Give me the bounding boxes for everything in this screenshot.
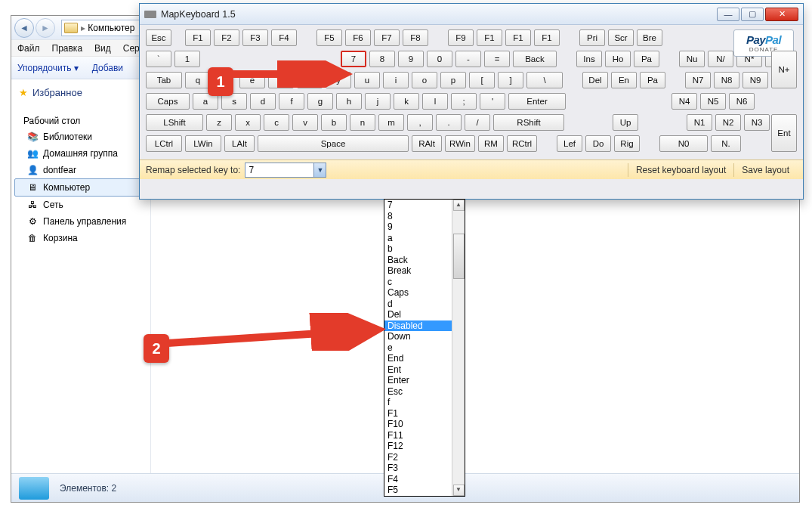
remap-dropdown-list[interactable]: ▲ ▼ 789abBackBreakcCapsdDelDisabledDowne… <box>384 199 465 497</box>
sidebar-item-computer[interactable]: 🖥Компьютер <box>14 178 147 197</box>
forward-button[interactable]: ► <box>36 18 55 38</box>
key-lalt[interactable]: LAlt <box>224 135 255 152</box>
key-v[interactable]: v <box>292 114 318 131</box>
key-1[interactable]: 1 <box>174 51 200 67</box>
key-rshift[interactable]: RShift <box>493 114 564 131</box>
key-esc[interactable]: Esc <box>146 29 171 46</box>
breadcrumb[interactable]: Компьютер <box>88 23 134 33</box>
key-i[interactable]: i <box>383 72 409 88</box>
sidebar-item-libraries[interactable]: 📚Библиотеки <box>14 128 147 145</box>
key-f7[interactable]: F7 <box>374 29 400 46</box>
key-x[interactable]: x <box>235 114 261 131</box>
key-numplus[interactable]: N+ <box>771 51 797 88</box>
remap-dropdown[interactable]: 7 ▼ <box>245 163 326 178</box>
sidebar-item-homegroup[interactable]: 👥Домашняя группа <box>14 145 147 162</box>
key-l[interactable]: l <box>422 93 448 110</box>
key-equals[interactable]: = <box>484 51 510 67</box>
key-pageup[interactable]: Pa <box>634 51 659 67</box>
menu-view[interactable]: Вид <box>94 43 111 54</box>
key-f1[interactable]: F1 <box>185 29 211 46</box>
key-left[interactable]: Lef <box>557 135 582 152</box>
key-num6[interactable]: N6 <box>729 93 755 110</box>
key-minus[interactable]: - <box>455 51 481 67</box>
key-num2[interactable]: N2 <box>715 114 741 131</box>
key-8[interactable]: 8 <box>369 51 395 67</box>
key-up[interactable]: Up <box>613 114 638 131</box>
key-numdot[interactable]: N. <box>711 135 741 152</box>
key-num8[interactable]: N8 <box>714 72 739 88</box>
save-layout-button[interactable]: Save layout <box>733 163 797 177</box>
key-f3[interactable]: F3 <box>242 29 268 46</box>
key-f[interactable]: f <box>279 93 304 110</box>
sidebar-item-network[interactable]: 🖧Сеть <box>14 197 147 213</box>
key-f4[interactable]: F4 <box>271 29 297 46</box>
key-caps[interactable]: Caps <box>146 93 190 110</box>
key-tab[interactable]: Tab <box>146 72 182 88</box>
key-slash[interactable]: / <box>465 114 490 131</box>
key-period[interactable]: . <box>436 114 462 131</box>
key-m[interactable]: m <box>378 114 404 131</box>
key-break[interactable]: Bre <box>637 29 662 46</box>
key-insert[interactable]: Ins <box>576 51 602 67</box>
key-backslash[interactable]: \ <box>526 72 563 88</box>
key-u[interactable]: u <box>354 72 380 88</box>
key-rctrl[interactable]: RCtrl <box>507 135 537 152</box>
key-home[interactable]: Ho <box>605 51 631 67</box>
organize-button[interactable]: Упорядочить ▾ <box>17 63 79 73</box>
minimize-button[interactable]: — <box>717 8 739 21</box>
key-num0[interactable]: N0 <box>659 135 708 152</box>
key-enter[interactable]: Enter <box>508 93 566 110</box>
key-semicolon[interactable]: ; <box>451 93 477 110</box>
key-f2[interactable]: F2 <box>214 29 239 46</box>
key-num4[interactable]: N4 <box>672 93 697 110</box>
key-backtick[interactable]: ` <box>146 51 171 67</box>
key-lshift[interactable]: LShift <box>146 114 203 131</box>
key-rmenu[interactable]: RM <box>478 135 504 152</box>
favorites-header[interactable]: ★Избранное <box>14 85 147 100</box>
maximize-button[interactable]: ▢ <box>741 8 764 21</box>
key-num9[interactable]: N9 <box>743 72 768 88</box>
key-backspace[interactable]: Back <box>513 51 557 67</box>
menu-file[interactable]: Файл <box>17 43 40 54</box>
key-c[interactable]: c <box>264 114 289 131</box>
key-down[interactable]: Do <box>585 135 611 152</box>
key-lwin[interactable]: LWin <box>185 135 221 152</box>
back-button[interactable]: ◄ <box>14 18 34 38</box>
key-f6[interactable]: F6 <box>345 29 371 46</box>
close-button[interactable]: ✕ <box>765 8 798 21</box>
key-scrolllock[interactable]: Scr <box>608 29 634 46</box>
key-j[interactable]: j <box>365 93 391 110</box>
key-f5[interactable]: F5 <box>316 29 342 46</box>
key-quote[interactable]: ' <box>480 93 505 110</box>
key-z[interactable]: z <box>206 114 232 131</box>
key-numlock[interactable]: Nu <box>679 51 705 67</box>
key-d[interactable]: d <box>250 93 276 110</box>
key-rwin[interactable]: RWin <box>445 135 475 152</box>
key-printscreen[interactable]: Pri <box>579 29 605 46</box>
key-f10[interactable]: F1 <box>477 29 502 46</box>
reset-layout-button[interactable]: Reset keyboard layout <box>628 163 733 177</box>
key-num7[interactable]: N7 <box>685 72 711 88</box>
sidebar-item-controlpanel[interactable]: ⚙Панель управления <box>14 213 147 230</box>
add-button[interactable]: Добави <box>92 63 123 73</box>
key-num1[interactable]: N1 <box>687 114 712 131</box>
key-comma[interactable]: , <box>407 114 433 131</box>
key-num5[interactable]: N5 <box>700 93 726 110</box>
key-pagedown[interactable]: Pa <box>640 72 665 88</box>
key-g[interactable]: g <box>307 93 333 110</box>
key-f8[interactable]: F8 <box>403 29 428 46</box>
sidebar-item-user[interactable]: 👤dontfear <box>14 162 147 178</box>
key-q[interactable]: q <box>185 72 211 88</box>
key-h[interactable]: h <box>336 93 362 110</box>
key-n[interactable]: n <box>350 114 375 131</box>
key-f9[interactable]: F9 <box>448 29 474 46</box>
key-k[interactable]: k <box>394 93 419 110</box>
chevron-down-icon[interactable]: ▼ <box>313 163 326 177</box>
menu-edit[interactable]: Правка <box>52 43 83 54</box>
key-f11[interactable]: F1 <box>505 29 531 46</box>
key-num3[interactable]: N3 <box>744 114 770 131</box>
scroll-thumb[interactable] <box>453 234 465 279</box>
key-right[interactable]: Rig <box>614 135 640 152</box>
key-9[interactable]: 9 <box>398 51 424 67</box>
key-numenter[interactable]: Ent <box>771 114 797 152</box>
